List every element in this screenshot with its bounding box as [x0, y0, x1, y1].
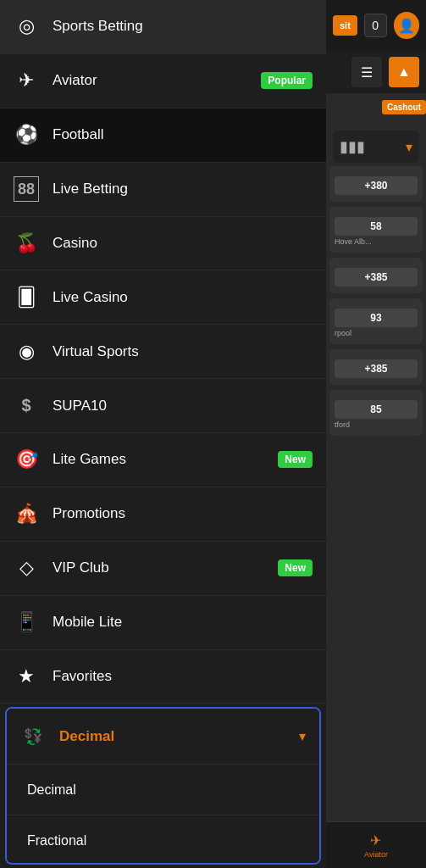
football-icon: ⚽ [14, 122, 39, 147]
sidebar-item-live-betting[interactable]: 88 Live Betting [0, 163, 326, 217]
promotions-icon: 🎪 [14, 501, 39, 526]
score-item-0: +380 [329, 166, 423, 202]
list-icon: ☰ [361, 64, 373, 81]
sidebar-item-favorites[interactable]: ★ Favorites [0, 650, 326, 704]
live-betting-label: Live Betting [53, 181, 313, 198]
count-badge: 0 [364, 14, 387, 37]
mobile-lite-label: Mobile Lite [53, 614, 313, 631]
popular-badge: Popular [261, 72, 313, 89]
app-container: ◎ Sports Betting ✈ Aviator Popular ⚽ Foo… [0, 0, 426, 868]
virtual-sports-icon: ◉ [14, 339, 39, 364]
sidebar-item-supa10[interactable]: $ SUPA10 [0, 379, 326, 433]
supa10-icon: $ [14, 393, 39, 419]
score-value-4: +385 [335, 359, 418, 378]
section-chevron-icon[interactable]: ▾ [406, 139, 412, 155]
score-value-2: +385 [335, 268, 418, 287]
score-value-1: 58 [335, 217, 418, 236]
aviator-icon: ✈ [14, 68, 39, 93]
decimal-header[interactable]: 💱 Decimal ▾ [7, 709, 319, 764]
bottom-nav-aviator-label: Aviator [364, 850, 388, 859]
decimal-option-decimal[interactable]: Decimal [7, 764, 319, 815]
chart-icon: ▮▮▮ [340, 137, 365, 156]
lite-games-label: Lite Games [53, 451, 278, 468]
sidebar-item-mobile-lite[interactable]: 📱 Mobile Lite [0, 596, 326, 650]
right-content: ▮▮▮ ▾ +380 58 Hove Alb... +385 93 rpool … [326, 102, 426, 444]
score-value-0: +380 [335, 176, 418, 195]
score-item-1: 58 Hove Alb... [329, 207, 423, 253]
sidebar-item-vip-club[interactable]: ◇ VIP Club New [0, 542, 326, 596]
bottom-nav: ✈ Aviator [326, 821, 426, 868]
sidebar-item-casino[interactable]: 🍒 Casino [0, 217, 326, 271]
sidebar-item-live-casino[interactable]: 🂠 Live Casino [0, 270, 326, 325]
decimal-options: Decimal Fractional [7, 764, 319, 865]
score-item-4: +385 [329, 349, 423, 385]
favorites-label: Favorites [53, 668, 313, 685]
sidebar-item-promotions[interactable]: 🎪 Promotions [0, 487, 326, 542]
score-value-3: 93 [335, 309, 418, 327]
live-casino-label: Live Casino [53, 289, 313, 306]
right-panel: sit 0 👤 ☰ ▲ Cashout ▮▮▮ ▾ [326, 0, 426, 868]
score-item-3: 93 rpool [329, 298, 423, 344]
aviator-label: Aviator [53, 72, 261, 89]
user-icon-button[interactable]: 👤 [394, 12, 419, 39]
vip-club-icon: ◇ [14, 555, 39, 581]
chart-section: ▮▮▮ ▾ [333, 131, 419, 163]
user-icon: 👤 [398, 18, 415, 34]
up-arrow-icon: ▲ [397, 64, 411, 80]
decimal-label: Decimal [59, 728, 299, 745]
casino-label: Casino [53, 235, 313, 252]
right-header: sit 0 👤 [326, 0, 426, 51]
casino-icon: 🍒 [14, 231, 39, 256]
decimal-option-fractional-label: Fractional [27, 833, 86, 849]
list-view-button[interactable]: ☰ [351, 57, 382, 87]
live-betting-icon: 88 [14, 176, 39, 202]
decimal-option-fractional[interactable]: Fractional [7, 815, 319, 865]
sidebar: ◎ Sports Betting ✈ Aviator Popular ⚽ Foo… [0, 0, 326, 868]
score-sub-1: Hove Alb... [335, 237, 418, 246]
vip-club-label: VIP Club [53, 559, 278, 576]
sidebar-item-football[interactable]: ⚽ Football [0, 108, 326, 163]
vip-club-new-badge: New [278, 559, 313, 576]
live-casino-icon: 🂠 [14, 285, 39, 310]
decimal-icon: 💱 [20, 724, 46, 749]
sidebar-item-virtual-sports[interactable]: ◉ Virtual Sports [0, 325, 326, 379]
deposit-button[interactable]: sit [333, 15, 357, 36]
lite-games-new-badge: New [278, 451, 313, 468]
sidebar-item-sports-betting[interactable]: ◎ Sports Betting [0, 0, 326, 54]
lite-games-icon: 🎯 [14, 447, 39, 472]
bottom-nav-aviator[interactable]: ✈ Aviator [364, 832, 388, 859]
virtual-sports-label: Virtual Sports [53, 343, 313, 360]
sidebar-item-aviator[interactable]: ✈ Aviator Popular [0, 54, 326, 108]
decimal-section: 💱 Decimal ▾ Decimal Fractional [5, 707, 321, 865]
plane-icon: ✈ [370, 832, 381, 849]
sidebar-item-lite-games[interactable]: 🎯 Lite Games New [0, 433, 326, 487]
supa10-label: SUPA10 [53, 398, 313, 415]
promotions-label: Promotions [53, 505, 313, 522]
favorites-icon: ★ [14, 664, 39, 689]
chevron-down-icon: ▾ [299, 728, 306, 744]
cashout-banner: Cashout [382, 100, 426, 114]
score-item-2: +385 [329, 258, 423, 293]
right-nav: ☰ ▲ [326, 51, 426, 93]
decimal-option-decimal-label: Decimal [27, 782, 76, 798]
football-label: Football [53, 126, 313, 143]
score-sub-5: tford [335, 420, 418, 429]
mobile-lite-icon: 📱 [14, 609, 39, 635]
score-item-5: 85 tford [329, 390, 423, 436]
score-value-5: 85 [335, 400, 418, 419]
sports-betting-label: Sports Betting [53, 18, 313, 35]
up-arrow-button[interactable]: ▲ [389, 57, 419, 87]
score-sub-3: rpool [335, 329, 418, 337]
sports-betting-icon: ◎ [14, 14, 39, 39]
